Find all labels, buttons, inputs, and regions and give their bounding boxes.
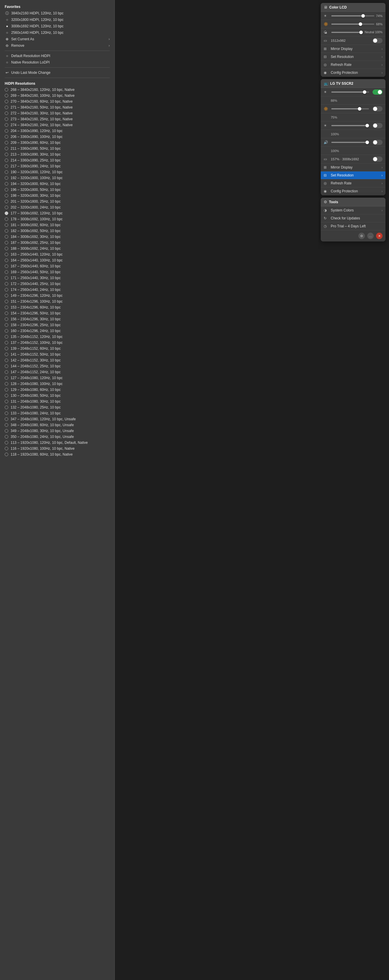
resolution-item-61[interactable]: 116 – 1920x1080, 100Hz, 10 bpc, Native (0, 445, 115, 452)
resolution-item-20[interactable]: 202 – 3200x1800, 24Hz, 10 bpc (0, 204, 115, 210)
refresh-rate-item-1[interactable]: ◎ Refresh Rate › (321, 61, 386, 69)
resolution-item-9[interactable]: 209 – 3360x1890, 60Hz, 10 bpc (0, 140, 115, 146)
check-updates-item[interactable]: ↻ Check for Updates (321, 215, 386, 222)
resolution-item-24[interactable]: 182 – 3008x1692, 50Hz, 10 bpc (0, 228, 115, 234)
resolution-item-0[interactable]: 268 – 3840x2160, 120Hz, 10 bpc, Native (0, 87, 115, 93)
resolution-item-55[interactable]: 133 – 2048x1080, 24Hz, 10 bpc (0, 410, 115, 416)
fav-item-1[interactable]: ⓘ 3840x2160 HiDPI, 120Hz, 10 bpc (0, 10, 115, 16)
resolution-item-13[interactable]: 217 – 3360x1890, 24Hz, 10 bpc (0, 163, 115, 169)
resolution-item-1[interactable]: 269 – 3840x2160, 100Hz, 10 bpc, Native (0, 93, 115, 99)
config-protection-item-1[interactable]: ◉ Config Protection › (321, 69, 386, 77)
lg-brightness-slider-3[interactable] (331, 123, 369, 128)
resolution-item-18[interactable]: 198 – 3200x1800, 30Hz, 10 bpc (0, 192, 115, 199)
native-resolution-item[interactable]: ○ Native Resolution LoDPI (0, 59, 115, 65)
lg-refresh-rate-item[interactable]: ◎ Refresh Rate › (321, 180, 386, 187)
resolution-item-47[interactable]: 144 – 2048x1152, 25Hz, 10 bpc (0, 363, 115, 369)
resolution-item-52[interactable]: 130 – 2048x1080, 50Hz, 10 bpc (0, 393, 115, 399)
resolution-item-48[interactable]: 147 – 2048x1152, 24Hz, 10 bpc (0, 369, 115, 375)
resolution-item-36[interactable]: 151 – 2304x1296, 100Hz, 10 bpc (0, 299, 115, 304)
resolution-item-15[interactable]: 192 – 3200x1800, 100Hz, 10 bpc (0, 175, 115, 181)
resolution-item-6[interactable]: 274 – 3840x2160, 24Hz, 10 bpc, Native (0, 122, 115, 128)
pro-trial-item[interactable]: ◷ Pro Trial – 4 Days Left (321, 222, 386, 230)
resolution-item-23[interactable]: 181 – 3008x1692, 60Hz, 10 bpc (0, 222, 115, 228)
radio-icon (5, 282, 8, 286)
resolution-item-14[interactable]: 190 – 3200x1800, 120Hz, 10 bpc (0, 169, 115, 175)
remove-item[interactable]: ⊖ Remove › (0, 42, 115, 49)
resolution-item-21[interactable]: 177 – 3008x1692, 120Hz, 10 bpc (0, 210, 115, 216)
close-button[interactable]: ✕ (376, 233, 383, 239)
lg-mirror-display-item[interactable]: ⊞ Mirror Display › (321, 164, 386, 172)
lg-brightness-toggle-3[interactable] (373, 123, 383, 128)
resolution-item-2[interactable]: 270 – 3840x2160, 60Hz, 10 bpc, Native (0, 99, 115, 104)
lg-brightness-toggle-1[interactable] (373, 89, 383, 95)
system-colors-item[interactable]: ◑ System Colors › (321, 207, 386, 215)
resolution-item-5[interactable]: 273 – 3840x2160, 25Hz, 10 bpc, Native (0, 116, 115, 122)
resolution-item-44[interactable]: 139 – 2048x1152, 60Hz, 10 bpc (0, 345, 115, 352)
resolution-item-39[interactable]: 156 – 2304x1296, 30Hz, 10 bpc (0, 316, 115, 322)
lg-brightness-toggle-4[interactable] (373, 140, 383, 145)
fav-item-4[interactable]: ○ 2560x1440 HiDPI, 120Hz, 10 bpc (0, 29, 115, 36)
resolution-item-40[interactable]: 158 – 2304x1296, 25Hz, 10 bpc (0, 322, 115, 328)
resolution-item-42[interactable]: 135 – 2048x1152, 120Hz, 10 bpc (0, 334, 115, 340)
resolution-item-17[interactable]: 196 – 3200x1800, 50Hz, 10 bpc (0, 187, 115, 192)
resolution-item-31[interactable]: 169 – 2560x1440, 50Hz, 10 bpc (0, 269, 115, 275)
lg-brightness-toggle-2[interactable] (373, 106, 383, 111)
lg-brightness-slider-1[interactable] (331, 90, 369, 94)
resolution-item-62[interactable]: 118 – 1920x1080, 60Hz, 10 bpc, Native (0, 452, 115, 457)
resolution-item-58[interactable]: 349 – 2048x1080, 30Hz, 10 bpc, Unsafe (0, 428, 115, 434)
resolution-item-37[interactable]: 153 – 2304x1296, 60Hz, 10 bpc (0, 304, 115, 310)
resolution-item-7[interactable]: 204 – 3360x1890, 120Hz, 10 bpc (0, 128, 115, 134)
lg-brightness-slider-2[interactable] (331, 107, 369, 111)
resolution-item-19[interactable]: 201 – 3200x1800, 25Hz, 10 bpc (0, 199, 115, 204)
resolution-item-10[interactable]: 211 – 3360x1890, 50Hz, 10 bpc (0, 146, 115, 151)
resolution-item-3[interactable]: 271 – 3840x2160, 50Hz, 10 bpc, Native (0, 104, 115, 110)
resolution-item-34[interactable]: 174 – 2560x1440, 24Hz, 10 bpc (0, 287, 115, 293)
resolution-item-46[interactable]: 142 – 2048x1152, 30Hz, 10 bpc (0, 357, 115, 363)
resolution-item-32[interactable]: 171 – 2560x1440, 30Hz, 10 bpc (0, 275, 115, 281)
resolution-item-28[interactable]: 163 – 2560x1440, 120Hz, 10 bpc (0, 251, 115, 257)
lg-resolution-toggle[interactable] (373, 156, 383, 162)
resolution-item-29[interactable]: 164 – 2560x1440, 100Hz, 10 bpc (0, 257, 115, 263)
resolution-item-26[interactable]: 187 – 3008x1692, 25Hz, 10 bpc (0, 240, 115, 246)
resolution-toggle-1[interactable] (373, 38, 383, 43)
resolution-item-25[interactable]: 184 – 3008x1692, 30Hz, 10 bpc (0, 234, 115, 240)
lg-brightness-slider-4[interactable] (331, 140, 369, 145)
default-resolution-item[interactable]: ○ Default Resolution HiDPI (0, 52, 115, 59)
lg-set-resolution-item[interactable]: ⊟ Set Resolution › (321, 172, 386, 180)
resolution-item-54[interactable]: 132 – 2048x1080, 25Hz, 10 bpc (0, 404, 115, 410)
resolution-item-56[interactable]: 347 – 2048x1080, 120Hz, 10 bpc, Unsafe (0, 416, 115, 422)
resolution-item-59[interactable]: 350 – 2048x1080, 24Hz, 10 bpc, Unsafe (0, 434, 115, 440)
resolution-item-30[interactable]: 167 – 2560x1440, 60Hz, 10 bpc (0, 263, 115, 269)
neutral-slider[interactable] (331, 30, 363, 35)
resolution-item-41[interactable]: 160 – 2304x1296, 24Hz, 10 bpc (0, 328, 115, 334)
fav-item-2[interactable]: ○ 3200x1800 HiDPI, 120Hz, 10 bpc (0, 16, 115, 23)
brightness-slider-2[interactable] (331, 22, 374, 27)
mirror-display-item-1[interactable]: ⊞ Mirror Display › (321, 45, 386, 53)
resolution-item-4[interactable]: 272 – 3840x2160, 30Hz, 10 bpc, Native (0, 110, 115, 116)
lg-config-protection-item[interactable]: ◉ Config Protection › (321, 187, 386, 195)
resolution-item-35[interactable]: 149 – 2304x1296, 120Hz, 10 bpc (0, 293, 115, 299)
resolution-item-45[interactable]: 141 – 2048x1152, 50Hz, 10 bpc (0, 352, 115, 357)
set-resolution-item-1[interactable]: ⊟ Set Resolution › (321, 53, 386, 61)
resolution-item-8[interactable]: 206 – 3360x1890, 100Hz, 10 bpc (0, 134, 115, 140)
set-current-as-item[interactable]: ⊕ Set Current As › (0, 36, 115, 42)
resolution-item-49[interactable]: 127 – 2048x1080, 120Hz, 10 bpc (0, 375, 115, 381)
brightness-slider-1[interactable] (331, 14, 374, 18)
resolution-item-53[interactable]: 131 – 2048x1080, 30Hz, 10 bpc (0, 399, 115, 404)
resolution-item-33[interactable]: 172 – 2560x1440, 25Hz, 10 bpc (0, 281, 115, 287)
settings-button[interactable]: ⚙ (359, 233, 365, 239)
resolution-item-60[interactable]: 113 – 1920x1080, 120Hz, 10 bpc, Default,… (0, 440, 115, 445)
resolution-item-57[interactable]: 348 – 2048x1080, 60Hz, 10 bpc, Unsafe (0, 422, 115, 428)
resolution-item-38[interactable]: 154 – 2304x1296, 50Hz, 10 bpc (0, 310, 115, 316)
more-button[interactable]: … (367, 233, 374, 239)
fav-item-3[interactable]: ● 3008x1692 HiDPI, 120Hz, 10 bpc (0, 23, 115, 29)
undo-last-mode-item[interactable]: ↩ Undo Last Mode Change (0, 69, 115, 76)
resolution-item-50[interactable]: 128 – 2048x1080, 100Hz, 10 bpc (0, 381, 115, 387)
resolution-item-51[interactable]: 129 – 2048x1080, 60Hz, 10 bpc (0, 387, 115, 393)
resolution-item-27[interactable]: 188 – 3008x1692, 24Hz, 10 bpc (0, 246, 115, 251)
resolution-item-12[interactable]: 214 – 3360x1890, 25Hz, 10 bpc (0, 158, 115, 163)
resolution-item-11[interactable]: 213 – 3360x1890, 30Hz, 10 bpc (0, 151, 115, 158)
resolution-item-16[interactable]: 194 – 3200x1800, 60Hz, 10 bpc (0, 181, 115, 187)
resolution-item-22[interactable]: 178 – 3008x1692, 100Hz, 10 bpc (0, 216, 115, 222)
resolution-item-43[interactable]: 137 – 2048x1152, 100Hz, 10 bpc (0, 340, 115, 345)
